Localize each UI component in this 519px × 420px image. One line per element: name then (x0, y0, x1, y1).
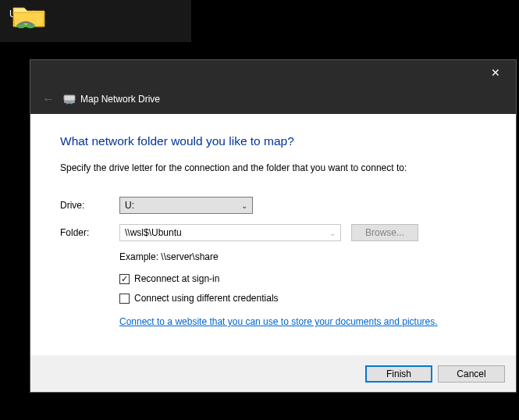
browse-button: Browse... (351, 224, 418, 241)
reconnect-checkbox-row[interactable]: ✓ Reconnect at sign-in (119, 273, 486, 284)
drive-row: Drive: U: ⌄ (60, 197, 486, 214)
dialog-content: What network folder would you like to ma… (30, 114, 516, 327)
connect-website-link[interactable]: Connect to a website that you can use to… (119, 316, 438, 327)
drive-value: U: (125, 200, 134, 211)
finish-button[interactable]: Finish (365, 365, 432, 383)
svg-point-4 (73, 101, 74, 103)
check-icon: ✓ (121, 275, 128, 283)
folder-row: Folder: \\wsl$\Ubuntu ⌄ Browse... (60, 224, 486, 241)
dialog-title: Map Network Drive (80, 94, 160, 105)
folder-label: Folder: (60, 227, 119, 238)
different-credentials-checkbox[interactable] (119, 294, 130, 304)
drive-select[interactable]: U: ⌄ (119, 197, 253, 214)
reconnect-label: Reconnect at sign-in (134, 273, 219, 284)
map-network-drive-dialog: ✕ ← Map Network Drive What network folde… (30, 60, 516, 392)
drive-label: Drive: (60, 200, 119, 211)
dialog-footer: Finish Cancel (30, 355, 516, 392)
dialog-header: ← Map Network Drive (30, 84, 516, 114)
reconnect-checkbox[interactable]: ✓ (119, 274, 130, 284)
dialog-instruction: Specify the drive letter for the connect… (60, 162, 486, 173)
chevron-down-icon: ⌄ (241, 201, 247, 210)
folder-icon (12, 3, 46, 30)
dialog-heading: What network folder would you like to ma… (60, 134, 486, 148)
desktop-icon-ubuntu[interactable]: Ubuntu (0, 0, 191, 42)
folder-input[interactable]: \\wsl$\Ubuntu ⌄ (119, 224, 341, 241)
titlebar: ✕ (30, 60, 516, 84)
example-text: Example: \\server\share (119, 251, 486, 262)
close-button[interactable]: ✕ (478, 61, 513, 84)
network-drive-icon (63, 93, 76, 105)
back-arrow-icon: ← (42, 92, 55, 105)
different-credentials-label: Connect using different credentials (134, 293, 279, 304)
svg-rect-2 (64, 95, 75, 101)
different-credentials-checkbox-row[interactable]: Connect using different credentials (119, 293, 486, 304)
folder-value: \\wsl$\Ubuntu (125, 227, 182, 238)
chevron-down-icon: ⌄ (329, 229, 336, 237)
close-icon: ✕ (491, 66, 500, 79)
back-button: ← (41, 92, 55, 106)
cancel-button[interactable]: Cancel (438, 365, 505, 383)
